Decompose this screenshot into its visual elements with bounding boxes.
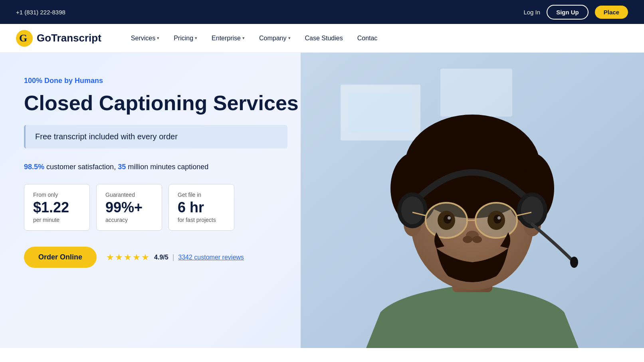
phone-number[interactable]: +1 (831) 222-8398 [16,9,65,16]
speed-label: Get file in [178,192,225,198]
nav-bar: G GoTranscript Services ▾ Pricing ▾ Ente… [0,24,644,53]
svg-point-30 [493,215,501,224]
hero-banner: Free transcript included with every orde… [24,125,287,148]
order-online-button[interactable]: Order Online [24,247,97,268]
company-chevron-icon: ▾ [288,36,291,41]
svg-point-18 [521,196,543,224]
nav-item-pricing[interactable]: Pricing ▾ [168,32,203,45]
svg-rect-4 [349,93,412,133]
hero-title: Closed Captioning Services [24,91,303,115]
separator: | [172,253,174,261]
top-bar-actions: Log In Sign Up Place [523,5,628,20]
svg-point-34 [463,236,472,243]
login-link[interactable]: Log In [523,9,540,16]
svg-point-32 [497,216,501,220]
company-label: Company [259,35,286,42]
nav-item-services[interactable]: Services ▾ [125,32,165,45]
stat-card-price: From only $1.22 per minute [24,184,90,231]
nav-item-case-studies[interactable]: Case Studies [299,32,349,45]
nav-item-enterprise[interactable]: Enterprise ▾ [206,32,250,45]
svg-point-16 [401,196,424,224]
nav-item-company[interactable]: Company ▾ [254,32,296,45]
svg-text:G: G [19,32,27,44]
logo-link[interactable]: G GoTranscript [16,30,101,47]
top-bar: +1 (831) 222-8398 Log In Sign Up Place [0,0,644,24]
accuracy-sub: accuracy [105,217,153,223]
hero-banner-text: Free transcript included with every orde… [35,132,178,141]
hero-cta: Order Online ★★★★★ 4.9/5 | 3342 customer… [24,247,303,268]
enterprise-chevron-icon: ▾ [242,36,245,41]
accuracy-value: 99%+ [105,200,153,216]
stars-icon: ★★★★★ [106,252,150,263]
svg-point-31 [448,216,451,220]
speed-sub: for fast projects [178,217,225,223]
stats-suffix: million minutes captioned [128,163,208,171]
review-area: ★★★★★ 4.9/5 | 3342 customer reviews [106,252,244,263]
place-button[interactable]: Place [595,6,628,19]
stat-minutes: 35 [118,163,126,171]
stat-card-speed: Get file in 6 hr for fast projects [168,184,234,231]
nav-links: Services ▾ Pricing ▾ Enterprise ▾ Compan… [125,32,628,45]
logo-icon: G [16,30,33,47]
stat-card-accuracy: Guaranteed 99%+ accuracy [96,184,162,231]
stat-cards: From only $1.22 per minute Guaranteed 99… [24,184,303,231]
hero-tagline: 100% Done by Humans [24,77,303,85]
rating-value: 4.9/5 [154,254,168,261]
price-value: $1.22 [33,200,81,216]
svg-point-29 [444,215,452,224]
signup-button[interactable]: Sign Up [547,5,589,20]
review-count-link[interactable]: 3342 customer reviews [178,254,244,261]
svg-point-19 [570,257,578,268]
stat-satisfaction: 98.5% [24,163,44,171]
speed-value: 6 hr [178,200,225,216]
hero-stats: 98.5% customer satisfaction, 35 million … [24,163,303,171]
logo-text: GoTranscript [37,32,101,44]
stats-middle: customer satisfaction, [46,163,116,171]
accuracy-label: Guaranteed [105,192,153,198]
nav-item-contact[interactable]: Contac [352,32,383,45]
hero-section: 100% Done by Humans Closed Captioning Se… [0,53,644,348]
svg-rect-5 [440,69,512,117]
svg-point-12 [412,125,532,188]
pricing-chevron-icon: ▾ [195,36,197,41]
price-sub: per minute [33,217,81,223]
pricing-label: Pricing [174,35,193,42]
price-label: From only [33,192,81,198]
hero-image [301,53,644,348]
services-label: Services [131,35,155,42]
svg-point-35 [472,236,482,243]
hero-content: 100% Done by Humans Closed Captioning Se… [0,53,327,292]
services-chevron-icon: ▾ [157,36,159,41]
enterprise-label: Enterprise [212,35,241,42]
